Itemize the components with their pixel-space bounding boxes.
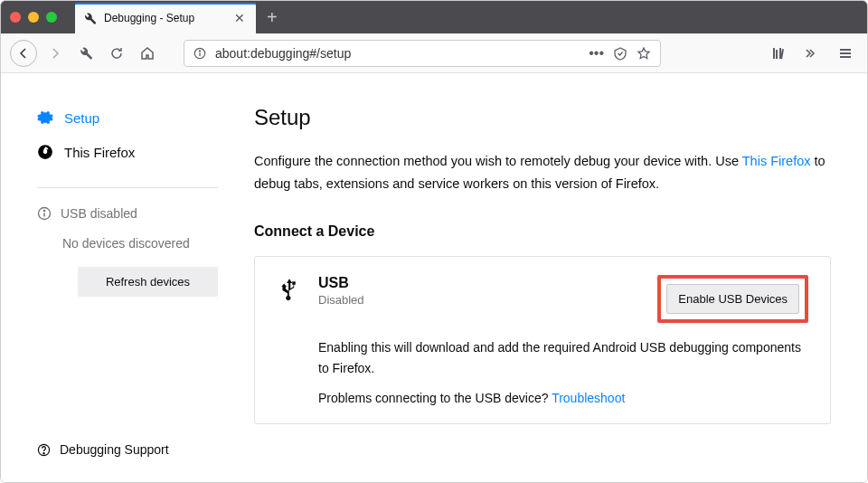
intro-text: Configure the connection method you wish… [254,150,831,194]
window-controls [10,12,57,23]
wrench-icon [84,12,97,24]
close-tab-icon[interactable]: ✕ [232,9,247,27]
forward-button[interactable] [42,41,68,66]
dev-tools-button[interactable] [73,41,99,66]
usb-card: USB Disabled Enable USB Devices Enabling… [254,256,831,424]
svg-point-4 [43,210,44,211]
usb-status-text: Disabled [318,293,641,307]
menu-icon[interactable] [833,41,858,66]
close-window-button[interactable] [10,12,21,23]
this-firefox-link[interactable]: This Firefox [742,154,811,168]
sidebar-item-setup[interactable]: Setup [37,100,218,135]
library-icon[interactable] [766,41,791,66]
svg-point-1 [199,50,200,51]
sidebar: Setup This Firefox USB disabled No devic… [1,73,236,482]
usb-status-label: USB disabled [61,206,137,221]
no-devices-label: No devices discovered [37,225,218,267]
connect-device-heading: Connect a Device [254,223,831,240]
troubleshoot-link[interactable]: Troubleshoot [552,391,625,405]
help-icon [37,443,51,457]
sidebar-item-this-firefox[interactable]: This Firefox [37,135,218,169]
tab-title: Debugging - Setup [104,12,225,24]
browser-tab[interactable]: Debugging - Setup ✕ [75,3,256,33]
info-icon [37,206,52,221]
navigation-bar: ••• [1,33,867,73]
usb-icon [277,277,302,302]
page-title: Setup [254,105,831,130]
usb-title: USB [318,275,641,291]
new-tab-button[interactable]: + [256,7,288,28]
bookmark-icon[interactable] [637,46,651,61]
gear-icon [37,109,53,126]
minimize-window-button[interactable] [28,12,39,23]
info-icon[interactable] [193,47,206,60]
usb-status: USB disabled [37,202,218,225]
enable-usb-button[interactable]: Enable USB Devices [666,284,799,314]
tab-bar: Debugging - Setup ✕ + [1,1,867,33]
refresh-devices-button[interactable]: Refresh devices [78,267,218,297]
support-label: Debugging Support [60,442,169,457]
firefox-icon [37,144,53,160]
sidebar-item-label: Setup [64,110,99,126]
refresh-button[interactable] [104,41,129,66]
debugging-support-link[interactable]: Debugging Support [37,435,218,464]
home-button[interactable] [135,41,160,66]
usb-description: Enabling this will download and add the … [318,337,808,378]
page-actions-icon[interactable]: ••• [589,45,604,62]
sidebar-item-label: This Firefox [64,145,135,160]
reader-icon[interactable] [613,46,627,61]
overflow-icon[interactable] [797,41,822,66]
maximize-window-button[interactable] [46,12,57,23]
url-input[interactable] [215,46,580,61]
back-button[interactable] [10,40,37,67]
svg-point-6 [43,452,44,453]
main-content: Setup Configure the connection method yo… [236,73,867,482]
url-bar[interactable]: ••• [184,40,661,67]
divider [37,187,218,188]
usb-help: Problems connecting to the USB device? T… [318,391,808,405]
highlight-annotation: Enable USB Devices [657,275,808,323]
